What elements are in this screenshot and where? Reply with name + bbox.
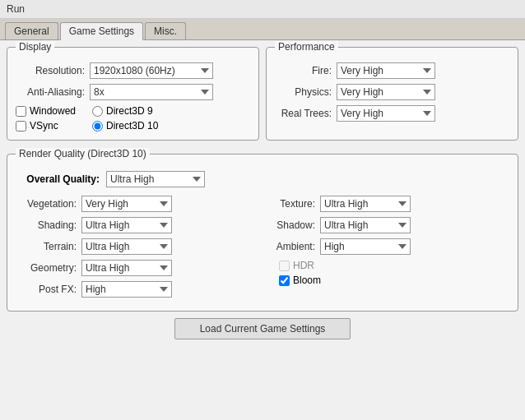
overall-quality-select[interactable]: Ultra High bbox=[106, 171, 205, 187]
direct3d9-radio-row: Direct3D 9 bbox=[92, 105, 158, 117]
vegetation-select[interactable]: Very High bbox=[81, 196, 172, 212]
render-group-title: Render Quality (Direct3D 10) bbox=[16, 148, 150, 159]
window-title: Run bbox=[0, 0, 525, 19]
resolution-select[interactable]: 1920x1080 (60Hz) bbox=[90, 62, 213, 79]
hdr-checkbox-row: HDR bbox=[279, 260, 509, 271]
resolution-label: Resolution: bbox=[16, 65, 90, 76]
vsync-checkbox-row: VSync bbox=[16, 120, 76, 132]
geometry-select[interactable]: Ultra High bbox=[81, 260, 172, 276]
ambient-select[interactable]: High bbox=[320, 238, 411, 255]
terrain-select[interactable]: Ultra High bbox=[81, 238, 172, 255]
antialiasing-select[interactable]: 8x bbox=[90, 84, 213, 100]
render-group: Render Quality (Direct3D 10) Overall Qua… bbox=[7, 154, 518, 312]
performance-group: Performance Fire: Very High Physics: Ver… bbox=[266, 47, 518, 141]
hdr-checkbox[interactable] bbox=[279, 261, 290, 271]
bloom-checkbox[interactable] bbox=[279, 275, 290, 286]
direct3d9-label: Direct3D 9 bbox=[106, 105, 153, 117]
fire-select[interactable]: Very High bbox=[337, 62, 435, 79]
direct3d10-label: Direct3D 10 bbox=[106, 120, 158, 132]
vegetation-label: Vegetation: bbox=[16, 198, 81, 210]
shadow-label: Shadow: bbox=[262, 219, 320, 231]
bloom-checkbox-row: Bloom bbox=[279, 275, 509, 286]
physics-select[interactable]: Very High bbox=[337, 84, 435, 100]
display-group-title: Display bbox=[16, 41, 54, 53]
shading-label: Shading: bbox=[16, 219, 81, 231]
overall-quality-label: Overall Quality: bbox=[16, 173, 106, 185]
real-trees-label: Real Trees: bbox=[275, 108, 337, 119]
vsync-checkbox[interactable] bbox=[16, 121, 26, 132]
windowed-label: Windowed bbox=[30, 105, 76, 117]
texture-select[interactable]: Ultra High bbox=[320, 196, 411, 212]
post-fx-label: Post FX: bbox=[16, 284, 81, 295]
vsync-label: VSync bbox=[30, 120, 58, 132]
ambient-label: Ambient: bbox=[262, 241, 320, 252]
shadow-select[interactable]: Ultra High bbox=[320, 217, 411, 233]
bloom-label: Bloom bbox=[293, 275, 321, 286]
direct3d9-radio[interactable] bbox=[92, 106, 103, 117]
physics-label: Physics: bbox=[275, 86, 337, 98]
real-trees-select[interactable]: Very High bbox=[337, 105, 435, 122]
geometry-label: Geometry: bbox=[16, 262, 81, 274]
antialiasing-label: Anti-Aliasing: bbox=[16, 86, 90, 98]
texture-label: Texture: bbox=[262, 198, 320, 210]
windowed-checkbox-row: Windowed bbox=[16, 105, 76, 117]
fire-label: Fire: bbox=[275, 65, 337, 76]
direct3d10-radio-row: Direct3D 10 bbox=[92, 120, 158, 132]
display-group: Display Resolution: 1920x1080 (60Hz) Ant… bbox=[7, 47, 259, 141]
post-fx-select[interactable]: High bbox=[81, 281, 172, 298]
shading-select[interactable]: Ultra High bbox=[81, 217, 172, 233]
performance-group-title: Performance bbox=[275, 41, 338, 53]
tab-game-settings[interactable]: Game Settings bbox=[60, 22, 143, 40]
terrain-label: Terrain: bbox=[16, 241, 81, 252]
tab-misc[interactable]: Misc. bbox=[145, 22, 186, 39]
tab-general[interactable]: General bbox=[5, 22, 58, 39]
direct3d10-radio[interactable] bbox=[92, 121, 103, 132]
windowed-checkbox[interactable] bbox=[16, 106, 26, 117]
hdr-label: HDR bbox=[293, 260, 314, 271]
load-current-button[interactable]: Load Current Game Settings bbox=[174, 318, 351, 339]
tab-bar: General Game Settings Misc. bbox=[0, 19, 525, 40]
